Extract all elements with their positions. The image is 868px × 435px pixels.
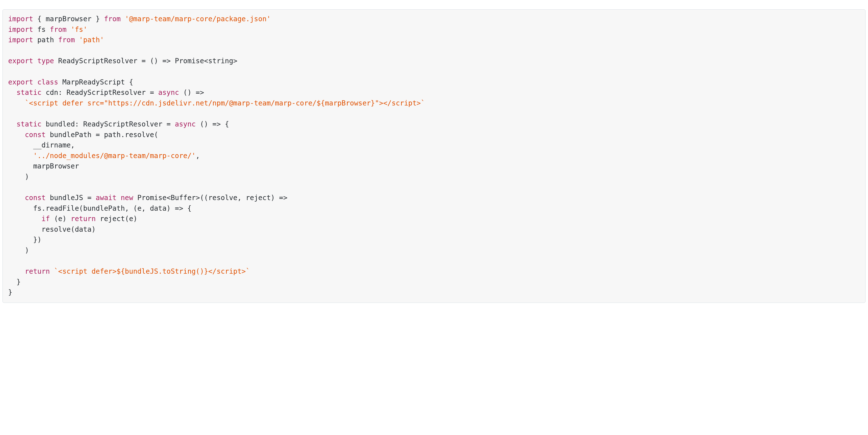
token-str: `<script defer>${bundleJS.toString()}</s…: [54, 267, 250, 275]
token-str: 'fs': [71, 26, 87, 34]
token-plain: { marpBrowser }: [33, 15, 104, 23]
token-plain: }): [8, 236, 41, 244]
token-plain: }: [8, 278, 21, 286]
token-kw: async: [175, 120, 195, 128]
token-plain: () => {: [196, 120, 229, 128]
token-kw: const: [25, 194, 45, 202]
token-kw: from: [58, 36, 75, 44]
token-plain: [8, 267, 25, 275]
token-plain: fs: [33, 26, 50, 34]
token-plain: [117, 194, 121, 202]
token-kw: static: [17, 120, 41, 128]
token-kw: import: [8, 26, 33, 34]
token-plain: ReadyScriptResolver = () => Promise<stri…: [54, 57, 237, 65]
code-content: import { marpBrowser } from '@marp-team/…: [8, 15, 425, 296]
token-kw: import: [8, 36, 33, 44]
token-plain: [8, 120, 17, 128]
token-plain: ): [8, 173, 29, 181]
token-kw: from: [50, 26, 66, 34]
token-kw: import: [8, 15, 33, 23]
token-kw: async: [158, 89, 179, 97]
token-kw: if: [41, 215, 50, 223]
token-plain: [8, 89, 17, 97]
token-plain: [121, 15, 125, 23]
token-plain: [8, 215, 41, 223]
token-plain: (e): [50, 215, 71, 223]
token-kw: type: [37, 57, 54, 65]
token-plain: [33, 57, 37, 65]
token-plain: [75, 36, 79, 44]
token-plain: [66, 26, 71, 34]
token-kw: export: [8, 78, 33, 86]
token-plain: [50, 267, 54, 275]
token-plain: fs.readFile(bundlePath, (e, data) => {: [8, 204, 192, 212]
token-plain: MarpReadyScript {: [58, 78, 133, 86]
token-plain: Promise<Buffer>((resolve, reject) =>: [133, 194, 287, 202]
token-kw: static: [17, 89, 41, 97]
token-kw: return: [25, 267, 50, 275]
token-kw: class: [37, 78, 58, 86]
token-plain: resolve(data): [8, 225, 96, 233]
token-plain: marpBrowser: [8, 162, 79, 170]
token-plain: cdn: ReadyScriptResolver =: [41, 89, 158, 97]
token-plain: [8, 152, 33, 160]
token-kw: from: [104, 15, 121, 23]
token-kw: new: [121, 194, 133, 202]
token-kw: const: [25, 131, 45, 139]
token-str: '../node_modules/@marp-team/marp-core/': [33, 152, 195, 160]
token-plain: [8, 131, 25, 139]
token-plain: ): [8, 246, 29, 255]
token-kw: export: [8, 57, 33, 65]
token-str: 'path': [79, 36, 104, 44]
token-plain: [8, 194, 25, 202]
token-plain: ,: [196, 152, 200, 160]
token-str: `<script defer src="https://cdn.jsdelivr…: [25, 99, 425, 107]
token-plain: () =>: [179, 89, 204, 97]
code-block: import { marpBrowser } from '@marp-team/…: [2, 9, 866, 303]
token-plain: reject(e): [96, 215, 137, 223]
token-plain: bundlePath = path.resolve(: [46, 131, 158, 139]
token-kw: return: [71, 215, 96, 223]
token-plain: bundled: ReadyScriptResolver =: [41, 120, 175, 128]
token-str: '@marp-team/marp-core/package.json': [125, 15, 271, 23]
token-plain: __dirname,: [8, 141, 75, 149]
token-plain: path: [33, 36, 58, 44]
token-plain: }: [8, 288, 12, 296]
token-plain: [33, 78, 37, 86]
token-kw: await: [96, 194, 117, 202]
token-plain: [8, 99, 25, 107]
token-plain: bundleJS =: [46, 194, 96, 202]
